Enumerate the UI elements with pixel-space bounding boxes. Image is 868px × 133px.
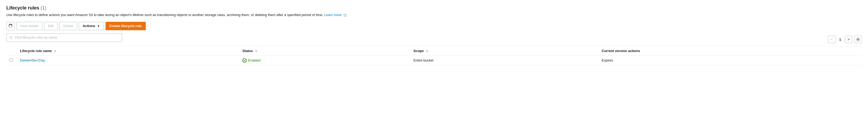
table-header-row: Lifecycle rule name ▼ Status ▼ Scope ▼ C… [6, 46, 862, 56]
sort-icon-scope: ▼ [426, 50, 429, 53]
table-col-status: Status ▼ [239, 46, 410, 56]
actions-button[interactable]: Actions ▼ [79, 22, 104, 30]
edit-button[interactable]: Edit [44, 22, 58, 30]
description-text: Use lifecycle rules to define actions yo… [6, 13, 323, 17]
table-select-all-col [6, 46, 17, 56]
row-status: Enabled [239, 56, 410, 65]
refresh-icon [8, 24, 12, 28]
view-details-button[interactable]: View details [16, 22, 42, 30]
checkmark-icon [243, 59, 246, 62]
delete-button[interactable]: Delete [60, 22, 78, 30]
lifecycle-rules-table: Lifecycle rule name ▼ Status ▼ Scope ▼ C… [6, 46, 862, 65]
svg-point-0 [9, 36, 12, 38]
refresh-button[interactable] [6, 22, 15, 30]
search-bar [6, 33, 122, 42]
table-settings-button[interactable] [854, 36, 862, 43]
toolbar: View details Edit Delete Actions ▼ Creat… [6, 22, 862, 30]
row-rule-name: DeleteAfter1Day [17, 56, 239, 65]
lifecycle-rules-title: Lifecycle rules [6, 5, 39, 10]
table-col-name: Lifecycle rule name ▼ [17, 46, 239, 56]
pagination-next-button[interactable]: > [845, 36, 852, 43]
status-label: Enabled [248, 58, 260, 62]
section-title: Lifecycle rules (1) [6, 5, 862, 11]
pagination-current-page: 1 [837, 38, 843, 41]
rule-name-link[interactable]: DeleteAfter1Day [20, 58, 45, 62]
svg-point-2 [858, 39, 859, 40]
external-link-icon [343, 14, 347, 17]
table-wrapper: Lifecycle rule name ▼ Status ▼ Scope ▼ C… [6, 46, 862, 65]
svg-line-1 [11, 38, 12, 39]
search-input[interactable] [15, 35, 119, 39]
row-scope: Entire bucket [410, 56, 598, 65]
pagination-prev-button[interactable]: < [828, 36, 835, 43]
learn-more-link[interactable]: Learn more [324, 13, 347, 17]
chevron-right-icon: > [847, 37, 849, 41]
create-lifecycle-rule-button[interactable]: Create lifecycle rule [105, 22, 146, 30]
sort-icon-status: ▼ [255, 50, 257, 53]
table-col-scope: Scope ▼ [410, 46, 598, 56]
sort-icon-name: ▼ [54, 50, 56, 53]
table-col-current-version-actions: Current version actions [598, 46, 862, 56]
row-radio-col [6, 56, 17, 65]
rules-count: (1) [40, 5, 46, 10]
gear-icon [856, 37, 860, 41]
table-row: DeleteAfter1Day Enabled [6, 56, 862, 65]
status-enabled-badge: Enabled [242, 58, 260, 63]
row-current-version-actions: Expires [598, 56, 862, 65]
section-description: Use lifecycle rules to define actions yo… [6, 12, 862, 18]
pagination-area: < 1 > [828, 34, 862, 45]
status-check-icon [242, 58, 247, 63]
row-radio-button[interactable] [9, 58, 13, 62]
chevron-left-icon: < [831, 37, 833, 41]
search-icon [9, 36, 13, 39]
actions-chevron-icon: ▼ [97, 25, 100, 28]
